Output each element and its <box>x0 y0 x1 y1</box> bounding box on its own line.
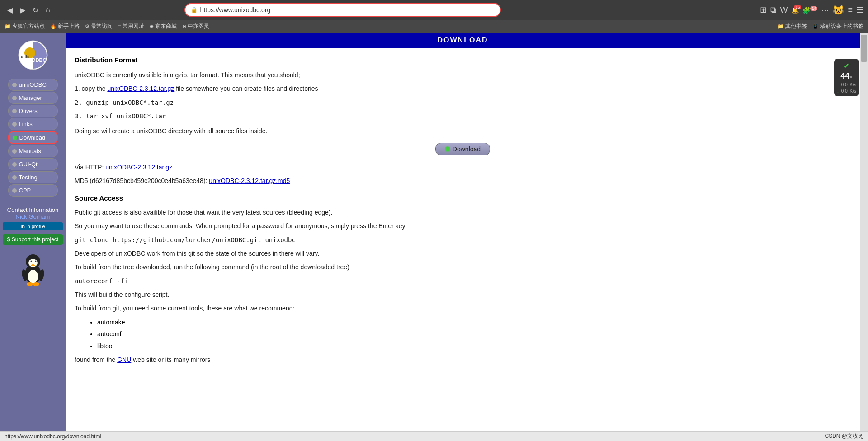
nav-item-unixodbc[interactable]: unixODBC <box>8 79 58 91</box>
addon-icon[interactable]: 🧩14 <box>802 6 817 14</box>
extensions-icon[interactable]: ⊞ <box>760 5 767 15</box>
gnu-link[interactable]: GNU <box>117 356 131 363</box>
nav-label-unixodbc: unixODBC <box>19 81 47 88</box>
source-title: Source Access <box>75 193 851 204</box>
browser-right-icons: ⊞ ⧉ W 🔔15 🧩14 ⋯ 😺 ≡ ☰ <box>760 5 863 15</box>
svg-point-7 <box>28 259 38 267</box>
speed-up-row: ↑ 0.0 K/s <box>837 82 856 87</box>
speed-widget: ✔ 44× ↑ 0.0 K/s ↓ 0.0 K/s <box>834 59 859 96</box>
nav-dot-manuals <box>12 149 17 154</box>
nav-item-manuals[interactable]: Manuals <box>8 145 58 157</box>
nav-dot-guiqt <box>12 162 17 167</box>
nav-item-testing[interactable]: Testing <box>8 171 58 183</box>
nav-label-links: Links <box>19 121 33 127</box>
svg-point-10 <box>30 261 32 262</box>
svg-point-11 <box>35 261 36 262</box>
scrollbar[interactable] <box>860 33 868 441</box>
md5-link[interactable]: unixODBC-2.3.12.tar.gz.md5 <box>209 177 290 184</box>
nav-dot-cpp <box>12 188 17 193</box>
tools-list: automake autoconf libtool <box>88 317 851 351</box>
contact-title: Contact Information <box>3 206 63 213</box>
contact-name-link[interactable]: Nick Gorham <box>16 213 50 220</box>
page-header: DOWNLOAD <box>66 33 860 48</box>
scrollbar-thumb[interactable] <box>861 35 867 62</box>
speed-down-unit: K/s <box>850 89 856 94</box>
frequent-icon: ⚙ <box>85 23 90 29</box>
nav-item-links[interactable]: Links <box>8 118 58 130</box>
support-label: Support this project <box>12 236 58 243</box>
git-clone: git clone https://github.com/lurcher/uni… <box>75 235 851 245</box>
nav-dot-unixodbc <box>12 83 17 87</box>
status-bar: https://www.unixodbc.org/download.html C… <box>0 431 868 441</box>
nav-item-guiqt[interactable]: GUI-Qt <box>8 158 58 170</box>
speed-down-value: 0.0 <box>841 89 848 94</box>
nav-item-cpp[interactable]: CPP <box>8 184 58 197</box>
autoreconf: autoreconf -fi <box>75 276 851 286</box>
bookmark-other[interactable]: 📁 其他书签 <box>778 23 807 30</box>
bookmark-mobile[interactable]: 📱 移动设备上的书签 <box>812 23 863 30</box>
via-http-link[interactable]: unixODBC-2.3.12.tar.gz <box>105 164 172 171</box>
home-button[interactable]: ⌂ <box>43 4 53 16</box>
bookmark-common[interactable]: □ 常用网址 <box>118 23 144 30</box>
newuser-icon: 🔥 <box>50 23 57 29</box>
nav-label-download: Download <box>19 134 46 141</box>
bookmark-newuser[interactable]: 🔥 新手上路 <box>50 23 80 30</box>
speed-x: × <box>849 74 852 80</box>
speed-up-arrow: ↑ <box>837 82 839 87</box>
speed-down-row: ↓ 0.0 K/s <box>837 89 856 94</box>
support-button[interactable]: $ Support this project <box>3 234 63 245</box>
logo-image: unix ODBC <box>17 39 49 71</box>
nav-label-cpp: CPP <box>19 187 31 194</box>
avatar-icon[interactable]: 😺 <box>833 5 844 15</box>
linkedin-button[interactable]: in in profile <box>3 222 63 230</box>
nav-dot-links <box>12 122 17 127</box>
bookmark-frequent[interactable]: ⚙ 最常访问 <box>85 23 113 30</box>
md5-text: MD5 (d62167d85bcb459c200c0e4b5a63ee48): … <box>75 176 851 186</box>
nav-dot-drivers <box>12 109 17 113</box>
more-icon[interactable]: ⋯ <box>821 5 829 15</box>
notification-icon[interactable]: 🔔15 <box>791 6 799 14</box>
forward-button[interactable]: ▶ <box>17 4 28 16</box>
sidebar-toggle-icon[interactable]: ≡ <box>848 5 853 15</box>
gnu-text: found from the GNU web site or its many … <box>75 355 851 365</box>
linkedin-label: in profile <box>26 224 45 229</box>
fullscreen-icon[interactable]: ⧉ <box>770 5 776 15</box>
status-url: https://www.unixodbc.org/download.html <box>5 433 101 440</box>
nav-item-drivers[interactable]: Drivers <box>8 105 58 117</box>
speed-up-unit: K/s <box>850 82 856 87</box>
md5-label: MD5 (d62167d85bcb459c200c0e4b5a63ee48): <box>75 177 207 184</box>
menu-icon[interactable]: ☰ <box>856 5 863 15</box>
download-dot-icon <box>445 146 450 152</box>
address-bar-input[interactable] <box>200 6 495 14</box>
speed-down-arrow: ↓ <box>837 89 839 94</box>
profile-icon[interactable]: W <box>780 5 788 15</box>
address-bar-container: 🔒 <box>184 3 501 17</box>
bookmark-common-label: 常用网址 <box>123 23 144 30</box>
page-container: unix ODBC unixODBC Manager Drivers Links <box>0 33 868 441</box>
nav-item-manager[interactable]: Manager <box>8 92 58 104</box>
bookmark-newuser-label: 新手上路 <box>58 23 80 30</box>
bookmark-foxfire[interactable]: 📁 火狐官方站点 <box>5 23 45 30</box>
speed-up-value: 0.0 <box>841 82 848 87</box>
nav-dot-testing <box>12 175 17 180</box>
jd-icon: ⊕ <box>150 23 154 29</box>
download-button[interactable]: Download <box>435 143 490 155</box>
status-right: CSDN @文收え <box>825 432 863 440</box>
nav-dot-manager <box>12 96 17 100</box>
nav-item-download[interactable]: Download <box>8 131 58 144</box>
tarball-link[interactable]: unixODBC-2.3.12.tar.gz <box>107 85 174 92</box>
secure-icon: 🔒 <box>191 7 198 13</box>
dist-step-3: 3. tar xvf unixODBC*.tar <box>75 111 851 121</box>
nav-label-guiqt: GUI-Qt <box>19 161 38 168</box>
reload-button[interactable]: ↻ <box>30 4 41 16</box>
bookmark-jd-label: 京东商城 <box>155 23 177 30</box>
bookmark-frequent-label: 最常访问 <box>91 23 113 30</box>
other-icon: 📁 <box>778 23 784 29</box>
tools-p: To build from git, you need some current… <box>75 303 851 313</box>
bookmark-mobile-label: 移动设备上的书签 <box>820 23 863 30</box>
contact-section: Contact Information Nick Gorham in in pr… <box>3 206 63 245</box>
bookmark-zhongy[interactable]: ⊕ 中亦图灵 <box>182 23 209 30</box>
bookmarks-bar: 📁 火狐官方站点 🔥 新手上路 ⚙ 最常访问 □ 常用网址 ⊕ 京东商城 ⊕ 中… <box>0 20 868 33</box>
back-button[interactable]: ◀ <box>5 4 15 16</box>
bookmark-jd[interactable]: ⊕ 京东商城 <box>150 23 177 30</box>
